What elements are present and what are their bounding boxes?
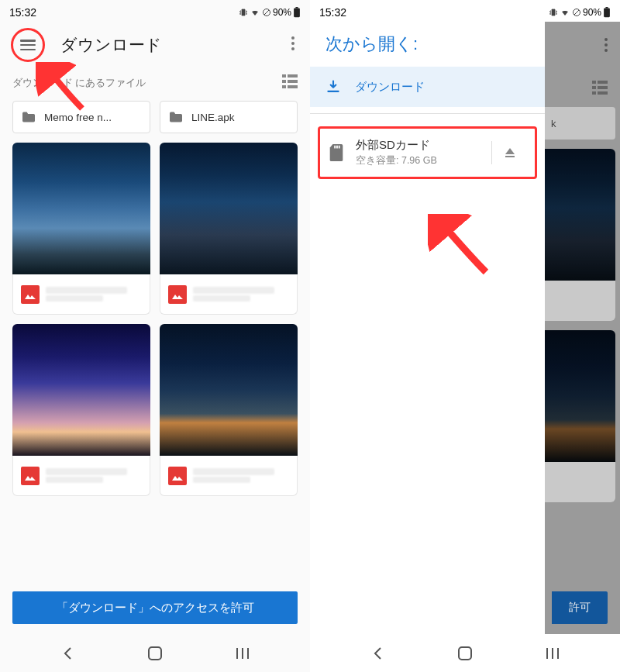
wifi-icon [250,8,260,17]
thumbnail-meta [160,274,298,315]
list-view-icon [282,74,298,88]
status-bar: 15:32 90% [0,0,310,22]
svg-rect-27 [598,86,608,89]
svg-rect-9 [282,80,286,83]
drawer-title: 次から開く: [310,22,545,67]
eject-button[interactable] [491,141,527,164]
svg-rect-13 [149,647,161,660]
svg-rect-2 [294,9,300,18]
more-vert-icon [291,36,294,50]
svg-line-1 [264,10,269,15]
svg-rect-33 [459,647,471,660]
status-time: 15:32 [319,6,346,19]
thumbnail-image [12,143,150,274]
svg-rect-19 [604,9,610,18]
svg-rect-26 [592,86,596,89]
grant-access-button[interactable]: 「ダウンロード」へのアクセスを許可 [12,591,298,624]
thumbnail-image [160,324,298,456]
svg-point-23 [604,49,608,52]
svg-rect-29 [598,91,608,95]
svg-rect-25 [598,81,608,84]
svg-point-21 [604,38,608,41]
svg-rect-12 [288,85,298,88]
status-right: 90% [549,7,611,18]
status-battery-pct: 90% [273,7,291,18]
arrow-annotation [428,214,498,284]
nav-back-button[interactable] [58,644,77,663]
home-icon [147,646,163,661]
drawer-item-sdcard[interactable]: 外部SDカード 空き容量: 7.96 GB [322,130,533,175]
thumbnail-image [160,143,298,274]
subheader: ダウンロード にあるファイル [0,68,310,101]
divider [310,113,545,114]
access-button-peek: 許可 [552,591,608,624]
svg-rect-11 [282,85,286,88]
file-thumbnail[interactable] [12,143,150,315]
sd-free-space: 空き容量: 7.96 GB [356,154,480,167]
thumbnail-meta [12,456,150,496]
file-thumbnail[interactable] [160,324,298,496]
no-sign-icon [572,8,581,17]
nav-back-button[interactable] [368,644,387,663]
hamburger-menu-button[interactable] [20,40,36,50]
image-badge-icon [168,467,187,485]
drawer-download-label: ダウンロード [355,80,425,95]
svg-point-4 [291,36,294,40]
chevron-left-icon [62,646,73,660]
svg-rect-32 [339,146,340,149]
battery-icon [293,7,301,18]
battery-icon [603,7,611,18]
svg-rect-10 [288,80,298,83]
file-thumbnail[interactable] [12,324,150,496]
thumbnail-meta [12,274,150,315]
drawer-item-downloads[interactable]: ダウンロード [310,67,545,107]
download-icon [326,79,341,95]
image-badge-icon [168,285,187,304]
status-time: 15:32 [9,6,36,19]
status-battery-pct: 90% [583,7,601,18]
home-icon [457,646,473,661]
list-view-icon [592,81,608,95]
svg-rect-20 [605,7,608,9]
svg-line-18 [574,10,579,15]
sd-card-highlight-annotation: 外部SDカード 空き容量: 7.96 GB [318,126,537,179]
image-badge-icon [21,467,40,485]
menu-circle-annotation [11,28,45,62]
folder-item[interactable]: Memo free n... [12,101,150,133]
svg-point-22 [604,43,608,47]
svg-rect-30 [334,146,336,149]
more-vert-icon [604,38,608,52]
folder-label: LINE.apk [191,112,235,123]
file-grid: Memo free n... LINE.apk [0,101,310,496]
dimmed-background: k [545,22,620,634]
left-pane: 15:32 90% ダウンロード ダウンロード にあるファイル [0,0,310,672]
more-button[interactable] [284,36,302,53]
page-title: ダウンロード [60,34,284,56]
thumbnail-meta [160,456,298,496]
view-toggle-dimmed [545,68,620,107]
svg-rect-24 [592,81,596,84]
folder-item[interactable]: LINE.apk [160,101,298,133]
nav-home-button[interactable] [146,644,164,663]
nav-recents-button[interactable] [233,644,252,663]
right-pane: 15:32 90% k 許可 次から開く: ダウンロード 外部SDカード [310,0,620,672]
header: ダウンロード [0,22,310,68]
chevron-left-icon [372,646,383,660]
svg-rect-8 [288,74,298,78]
more-button-dimmed [545,22,620,68]
subtitle: ダウンロード にあるファイル [12,77,146,90]
view-toggle-button[interactable] [282,74,298,91]
folder-icon [21,111,36,123]
recents-icon [546,647,560,660]
nav-recents-button[interactable] [543,644,562,663]
recents-icon [236,647,250,660]
vibrate-icon [549,8,558,17]
folder-label: Memo free n... [44,112,112,123]
no-sign-icon [262,8,271,17]
file-thumbnail[interactable] [160,143,298,315]
eject-icon [504,146,516,159]
nav-home-button[interactable] [456,644,474,663]
image-badge-icon [21,285,40,304]
sdcard-icon [328,143,345,162]
svg-rect-7 [282,74,286,78]
